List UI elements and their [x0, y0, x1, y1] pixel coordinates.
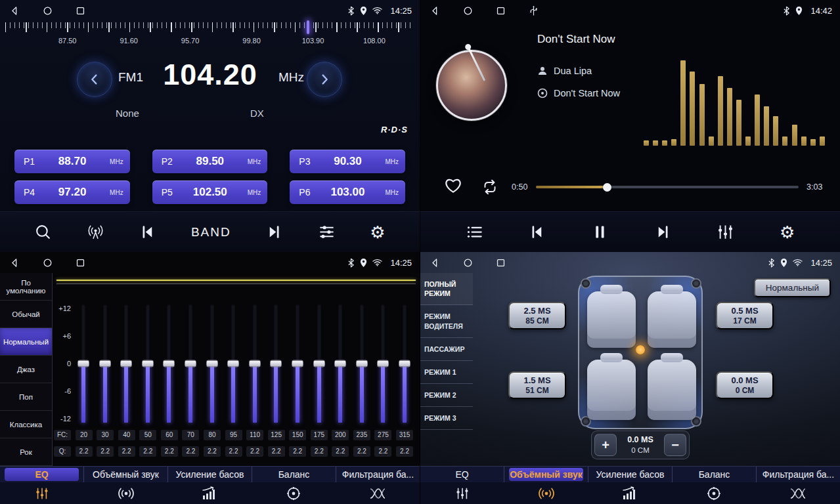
slider-handle[interactable]	[313, 360, 325, 368]
tab-balance-icon[interactable]	[672, 482, 756, 504]
position-mode-3[interactable]: РЕЖИМ 1	[420, 361, 473, 384]
tab-bass-boost-icon[interactable]	[588, 482, 673, 504]
tab-filter-icon[interactable]	[336, 482, 420, 504]
delay-rear-right-button[interactable]: 0.0 MS 0 CM	[716, 371, 774, 399]
scan-button[interactable]	[34, 223, 52, 241]
queue-button[interactable]	[466, 223, 483, 241]
radio-preset-p1[interactable]: P1 88.70 MHz	[14, 150, 130, 173]
tab-eq-icon[interactable]	[420, 482, 504, 504]
eq-band-slider-10[interactable]	[289, 304, 306, 423]
favorite-button[interactable]	[444, 177, 462, 196]
seat-front-right[interactable]	[648, 291, 696, 348]
slider-handle[interactable]	[227, 360, 239, 368]
band-button[interactable]: BAND	[191, 225, 231, 240]
tab-surround-sound[interactable]: Объёмный звук	[89, 468, 163, 481]
previous-track-button[interactable]	[528, 223, 546, 241]
recents-square-icon[interactable]	[74, 256, 87, 269]
position-mode-4[interactable]: РЕЖИМ 2	[420, 384, 473, 407]
radio-preset-p4[interactable]: P4 97.20 MHz	[14, 180, 130, 204]
slider-handle[interactable]	[270, 360, 282, 368]
settings-button[interactable]: ⚙	[780, 224, 795, 241]
seat-front-left[interactable]	[587, 291, 636, 348]
slider-handle[interactable]	[120, 360, 132, 368]
position-mode-1[interactable]: РЕЖИМ ВОДИТЕЛЯ	[420, 305, 473, 337]
tab-surround-sound-icon[interactable]	[84, 482, 168, 504]
eq-band-slider-9[interactable]	[267, 304, 284, 423]
repeat-button[interactable]	[481, 178, 499, 198]
eq-band-slider-4[interactable]	[160, 304, 177, 423]
eq-band-slider-0[interactable]	[75, 304, 92, 423]
eq-band-slider-12[interactable]	[332, 304, 349, 423]
tab-filter[interactable]: Фильтрация ба...	[341, 468, 415, 481]
eq-preset-3[interactable]: Джаз	[0, 356, 52, 383]
slider-handle[interactable]	[292, 360, 303, 368]
next-station-button[interactable]	[265, 223, 283, 241]
home-circle-icon[interactable]	[461, 256, 474, 269]
slider-handle[interactable]	[334, 360, 346, 368]
tab-bass-boost-icon[interactable]	[168, 482, 252, 504]
eq-band-slider-3[interactable]	[139, 304, 156, 423]
eq-band-slider-13[interactable]	[353, 304, 370, 423]
recents-square-icon[interactable]	[74, 4, 87, 17]
tune-down-button[interactable]	[77, 62, 112, 97]
settings-button[interactable]: ⚙	[370, 224, 385, 241]
delay-rear-left-button[interactable]: 1.5 MS 51 CM	[508, 371, 566, 399]
progress-bar[interactable]	[536, 186, 799, 188]
slider-handle[interactable]	[399, 360, 410, 368]
slider-handle[interactable]	[142, 360, 154, 368]
delay-front-right-button[interactable]: 0.5 MS 17 CM	[716, 302, 774, 329]
eq-band-slider-11[interactable]	[311, 304, 328, 423]
slider-handle[interactable]	[249, 360, 261, 368]
eq-preset-2[interactable]: Нормальный	[0, 328, 52, 356]
recents-square-icon[interactable]	[494, 256, 507, 269]
tab-bass-boost[interactable]: Усиление басов	[593, 468, 667, 481]
tab-filter-icon[interactable]	[756, 482, 840, 504]
radio-preset-p3[interactable]: P3 90.30 MHz	[290, 150, 405, 173]
radio-preset-p6[interactable]: P6 103.00 MHz	[290, 180, 405, 204]
eq-band-slider-5[interactable]	[182, 304, 199, 423]
tab-balance[interactable]: Баланс	[257, 468, 331, 481]
position-mode-5[interactable]: РЕЖИМ 3	[420, 407, 473, 430]
eq-preset-badge[interactable]: Нормальный	[754, 278, 831, 297]
tune-up-button[interactable]	[307, 62, 342, 97]
tab-surround-sound-icon[interactable]	[504, 482, 588, 504]
listening-position-dot[interactable]	[636, 345, 645, 354]
tab-balance[interactable]: Баланс	[677, 468, 751, 481]
radio-preset-p2[interactable]: P2 89.50 MHz	[152, 150, 268, 173]
tab-bass-boost[interactable]: Усиление басов	[173, 468, 247, 481]
tab-eq-icon[interactable]	[0, 482, 84, 504]
slider-handle[interactable]	[163, 360, 175, 368]
tone-settings-button[interactable]	[318, 223, 336, 241]
eq-preset-5[interactable]: Классика	[0, 411, 52, 438]
position-mode-2[interactable]: ПАССАЖИР	[420, 338, 473, 361]
delay-front-left-button[interactable]: 2.5 MS 85 CM	[508, 302, 566, 329]
tab-eq[interactable]: EQ	[425, 468, 499, 481]
back-icon[interactable]	[428, 4, 441, 17]
slider-handle[interactable]	[206, 360, 218, 368]
progress-knob[interactable]	[603, 183, 611, 192]
pause-button[interactable]	[591, 223, 609, 241]
slider-handle[interactable]	[377, 360, 389, 368]
position-mode-0[interactable]: ПОЛНЫЙ РЕЖИМ	[420, 273, 473, 305]
slider-handle[interactable]	[356, 360, 368, 368]
eq-band-slider-7[interactable]	[225, 304, 242, 423]
seat-rear-right[interactable]	[648, 360, 696, 420]
recents-square-icon[interactable]	[494, 4, 507, 17]
delay-decrease-button[interactable]: −	[664, 434, 686, 456]
eq-band-slider-2[interactable]	[118, 304, 135, 423]
broadcast-button[interactable]	[87, 223, 104, 241]
home-circle-icon[interactable]	[461, 4, 474, 17]
home-circle-icon[interactable]	[41, 4, 54, 17]
tab-surround-sound[interactable]: Объёмный звук	[509, 468, 583, 481]
eq-preset-4[interactable]: Поп	[0, 383, 52, 411]
delay-increase-button[interactable]: +	[594, 434, 617, 456]
tab-balance-icon[interactable]	[252, 482, 336, 504]
tab-eq[interactable]: EQ	[5, 468, 79, 481]
eq-band-slider-6[interactable]	[204, 304, 221, 423]
eq-preset-1[interactable]: Обычай	[0, 301, 52, 328]
home-circle-icon[interactable]	[41, 256, 54, 269]
eq-band-slider-8[interactable]	[246, 304, 263, 423]
eq-band-slider-1[interactable]	[97, 304, 114, 423]
back-icon[interactable]	[8, 256, 21, 269]
slider-handle[interactable]	[99, 360, 111, 368]
